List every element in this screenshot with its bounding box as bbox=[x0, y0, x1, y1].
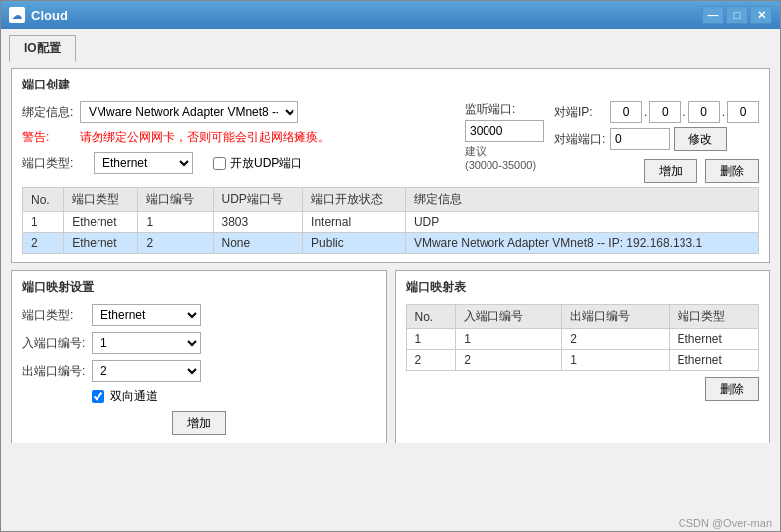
mapping-table-title: 端口映射表 bbox=[406, 279, 760, 296]
map-type-row: 端口类型: Ethernet bbox=[22, 304, 376, 326]
port-mapping-settings: 端口映射设置 端口类型: Ethernet 入端口编号: 1 2 出端口编号: bbox=[11, 270, 387, 443]
port-type-select[interactable]: Ethernet bbox=[94, 152, 193, 174]
content-area: 端口创建 绑定信息: VMware Network Adapter VMnet8… bbox=[1, 62, 780, 515]
titlebar: ☁ Cloud — □ ✕ bbox=[1, 1, 780, 29]
port-creation-left: 绑定信息: VMware Network Adapter VMnet8 -- I… bbox=[22, 101, 449, 183]
table-row[interactable]: 2 Ethernet 2 None Public VMware Network … bbox=[23, 233, 759, 254]
delete-mapping-button[interactable]: 删除 bbox=[705, 377, 759, 401]
delete-port-button[interactable]: 删除 bbox=[705, 159, 759, 183]
warning-label: 警告: bbox=[22, 129, 74, 146]
col-portno: 端口编号 bbox=[138, 188, 213, 212]
warning-text: 请勿绑定公网网卡，否则可能会引起网络瘫痪。 bbox=[80, 129, 330, 146]
warning-row: 警告: 请勿绑定公网网卡，否则可能会引起网络瘫痪。 bbox=[22, 129, 449, 146]
remote-section: 对端IP: . . . bbox=[554, 101, 759, 183]
app-icon: ☁ bbox=[9, 7, 25, 23]
col-udp: UDP端口号 bbox=[213, 188, 303, 212]
binding-row: 绑定信息: VMware Network Adapter VMnet8 -- I… bbox=[22, 101, 449, 123]
main-window: ☁ Cloud — □ ✕ IO配置 端口创建 绑定信息: VMware Net… bbox=[0, 0, 781, 532]
in-port-label: 入端口编号: bbox=[22, 335, 86, 352]
monitor-input[interactable] bbox=[465, 120, 544, 142]
mapping-table: No. 入端口编号 出端口编号 端口类型 1 1 2 Ethernet 2 2 … bbox=[406, 304, 760, 371]
out-port-select[interactable]: 1 2 bbox=[92, 360, 201, 382]
bidirectional-checkbox[interactable] bbox=[92, 390, 104, 403]
tab-io[interactable]: IO配置 bbox=[9, 35, 76, 62]
bidirectional-label: 双向通道 bbox=[110, 388, 158, 405]
col-binding: 绑定信息 bbox=[405, 188, 758, 212]
monitor-section: 监听端口: 建议(30000-35000) bbox=[465, 101, 544, 171]
window-title: Cloud bbox=[31, 8, 702, 23]
in-port-row: 入端口编号: 1 2 bbox=[22, 332, 376, 354]
tab-bar: IO配置 bbox=[1, 29, 780, 62]
port-creation-title: 端口创建 bbox=[22, 77, 759, 93]
monitor-label: 监听端口: bbox=[465, 101, 544, 118]
port-type-row: 端口类型: Ethernet 开放UDP端口 bbox=[22, 152, 449, 174]
ip-octet-3[interactable] bbox=[688, 101, 720, 123]
port-type-label: 端口类型: bbox=[22, 155, 74, 172]
bidirectional-row: 双向通道 bbox=[22, 388, 376, 405]
table-row[interactable]: 2 2 1 Ethernet bbox=[406, 350, 759, 371]
udp-checkbox[interactable] bbox=[213, 157, 226, 170]
udp-label: 开放UDP端口 bbox=[230, 155, 302, 172]
port-creation-right: 监听端口: 建议(30000-35000) 对端IP: . bbox=[465, 101, 759, 183]
out-port-row: 出端口编号: 1 2 bbox=[22, 360, 376, 382]
add-mapping-button[interactable]: 增加 bbox=[172, 411, 226, 435]
minimize-button[interactable]: — bbox=[702, 6, 724, 24]
port-action-btns: 增加 删除 bbox=[554, 159, 759, 183]
ip-octet-4[interactable] bbox=[727, 101, 759, 123]
port-table: No. 端口类型 端口编号 UDP端口号 端口开放状态 绑定信息 1 Ether… bbox=[22, 187, 759, 254]
remote-port-input[interactable] bbox=[610, 128, 670, 150]
binding-select[interactable]: VMware Network Adapter VMnet8 -- IP: 192… bbox=[80, 101, 298, 123]
bottom-layout: 端口映射设置 端口类型: Ethernet 入端口编号: 1 2 出端口编号: bbox=[11, 270, 770, 443]
ip-octet-2[interactable] bbox=[649, 101, 681, 123]
hint-text: 建议(30000-35000) bbox=[465, 144, 544, 171]
binding-label: 绑定信息: bbox=[22, 104, 74, 121]
ip-octet-1[interactable] bbox=[610, 101, 642, 123]
table-row[interactable]: 1 Ethernet 1 3803 Internal UDP bbox=[23, 212, 759, 233]
port-mapping-table-section: 端口映射表 No. 入端口编号 出端口编号 端口类型 1 1 2 Etherne… bbox=[395, 270, 771, 443]
mapping-settings-title: 端口映射设置 bbox=[22, 279, 376, 296]
udp-checkbox-row: 开放UDP端口 bbox=[213, 155, 302, 172]
close-button[interactable]: ✕ bbox=[750, 6, 772, 24]
window-controls: — □ ✕ bbox=[702, 6, 772, 24]
map-col-type: 端口类型 bbox=[669, 305, 758, 329]
remote-port-label: 对端端口: bbox=[554, 131, 606, 148]
maximize-button[interactable]: □ bbox=[726, 6, 748, 24]
watermark: CSDN @Over-man bbox=[1, 515, 780, 531]
map-type-select[interactable]: Ethernet bbox=[92, 304, 201, 326]
modify-button[interactable]: 修改 bbox=[674, 127, 727, 151]
remote-port-row: 对端端口: 修改 bbox=[554, 127, 759, 151]
map-col-in: 入端口编号 bbox=[456, 305, 562, 329]
col-type: 端口类型 bbox=[64, 188, 138, 212]
out-port-label: 出端口编号: bbox=[22, 363, 86, 380]
col-no: No. bbox=[23, 188, 64, 212]
col-state: 端口开放状态 bbox=[303, 188, 406, 212]
remote-ip-row: 对端IP: . . . bbox=[554, 101, 759, 123]
ip-inputs: . . . bbox=[610, 101, 759, 123]
map-col-out: 出端口编号 bbox=[562, 305, 669, 329]
table-row[interactable]: 1 1 2 Ethernet bbox=[406, 329, 759, 350]
in-port-select[interactable]: 1 2 bbox=[92, 332, 201, 354]
remote-ip-label: 对端IP: bbox=[554, 104, 606, 121]
map-type-label: 端口类型: bbox=[22, 307, 86, 324]
map-col-no: No. bbox=[406, 305, 456, 329]
port-creation-section: 端口创建 绑定信息: VMware Network Adapter VMnet8… bbox=[11, 68, 770, 263]
add-port-button[interactable]: 增加 bbox=[644, 159, 697, 183]
